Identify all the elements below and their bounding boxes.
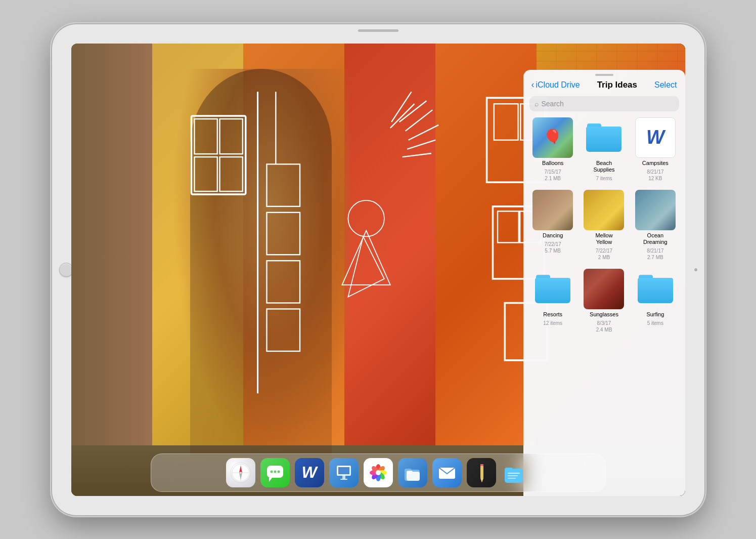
file-thumb-dancing	[532, 190, 573, 230]
dock-app-keynote[interactable]	[329, 458, 359, 487]
svg-rect-40	[342, 476, 345, 479]
word-app-icon: W	[301, 463, 317, 482]
svg-rect-41	[340, 479, 347, 480]
svg-rect-63	[508, 473, 520, 474]
safari-icon	[230, 462, 252, 484]
word-icon: W	[646, 127, 664, 148]
file-name-ocean-dreaming: OceanDreaming	[643, 232, 668, 245]
person-area	[172, 69, 349, 455]
dock-app-mail[interactable]	[432, 458, 462, 487]
file-name-dancing: Dancing	[543, 232, 563, 239]
svg-rect-64	[508, 475, 518, 476]
dock-app-pencil-tool[interactable]	[467, 458, 496, 487]
mail-icon	[437, 463, 457, 483]
dock-app-files[interactable]	[398, 458, 427, 487]
panel-title: Trip Ideas	[597, 80, 637, 90]
back-chevron-icon: ‹	[531, 80, 535, 89]
folder-body-resorts	[535, 278, 570, 303]
file-thumb-sunglasses	[584, 269, 624, 309]
svg-rect-39	[338, 467, 349, 474]
svg-point-35	[270, 470, 273, 473]
ipad-screen: ‹ iCloud Drive Trip Ideas Select ⌕ Searc…	[71, 44, 685, 496]
keynote-icon	[334, 463, 353, 482]
file-name-balloons: Balloons	[542, 160, 563, 167]
file-meta-ocean-dreaming: 8/21/172.7 MB	[647, 247, 663, 261]
dock: W	[151, 453, 606, 492]
photos-icon	[368, 462, 389, 483]
file-meta-mellow-yellow: 7/22/172 MB	[596, 247, 612, 261]
svg-point-37	[277, 470, 280, 473]
file-item-surfing[interactable]: Surfing 5 items	[632, 269, 679, 333]
file-name-campsites: Campsites	[642, 160, 669, 167]
folder-icon-beach-supplies	[586, 123, 621, 152]
dock-app-messages[interactable]	[260, 458, 290, 487]
file-meta-beach-supplies: 7 items	[596, 175, 612, 182]
dock-app-photos[interactable]	[364, 458, 393, 487]
file-item-beach-supplies[interactable]: BeachSupplies 7 items	[581, 117, 628, 182]
wall-left	[71, 44, 152, 496]
file-name-sunglasses: Sunglasses	[590, 311, 618, 318]
file-meta-balloons: 7/15/172.1 MB	[544, 169, 561, 182]
panel-header: ‹ iCloud Drive Trip Ideas Select	[523, 78, 685, 96]
svg-marker-34	[269, 478, 272, 482]
file-item-mellow-yellow[interactable]: MellowYellow 7/22/172 MB	[581, 190, 628, 261]
file-thumb-ocean-dreaming	[635, 190, 676, 230]
file-item-sunglasses[interactable]: Sunglasses 8/3/172.4 MB	[581, 269, 628, 333]
file-thumb-mellow-yellow	[584, 190, 624, 230]
browse-folder-icon	[504, 461, 528, 485]
svg-point-36	[274, 470, 276, 473]
file-thumb-surfing	[635, 269, 676, 309]
files-icon	[403, 463, 423, 483]
files-panel: ‹ iCloud Drive Trip Ideas Select ⌕ Searc…	[523, 70, 685, 496]
folder-body	[586, 127, 621, 152]
file-thumb-campsites: W	[635, 117, 676, 158]
search-icon: ⌕	[535, 100, 539, 108]
dock-app-word[interactable]: W	[295, 458, 324, 487]
file-name-surfing: Surfing	[646, 311, 664, 318]
svg-rect-60	[481, 465, 482, 477]
file-item-ocean-dreaming[interactable]: OceanDreaming 8/21/172.7 MB	[632, 190, 679, 261]
back-label: iCloud Drive	[536, 80, 580, 90]
wall-orange2	[435, 44, 537, 496]
file-meta-sunglasses: 8/3/172.4 MB	[596, 320, 612, 333]
svg-rect-62	[505, 468, 513, 471]
file-name-beach-supplies: BeachSupplies	[593, 160, 614, 173]
panel-handle	[595, 74, 613, 76]
folder-body-surfing	[638, 278, 673, 303]
search-bar[interactable]: ⌕ Search	[529, 96, 679, 111]
dock-app-browse[interactable]: Browse	[501, 458, 530, 487]
search-placeholder: Search	[542, 100, 564, 108]
file-item-balloons[interactable]: Balloons 7/15/172.1 MB	[529, 117, 576, 182]
file-name-mellow-yellow: MellowYellow	[595, 232, 612, 245]
pencil-tool-icon	[472, 463, 491, 482]
file-item-resorts[interactable]: Resorts 12 items	[529, 269, 576, 333]
folder-icon-surfing	[638, 275, 673, 303]
ipad-frame: ‹ iCloud Drive Trip Ideas Select ⌕ Searc…	[52, 24, 704, 515]
top-bar-indicator	[358, 29, 398, 32]
select-button[interactable]: Select	[654, 80, 677, 90]
back-button[interactable]: ‹ iCloud Drive	[531, 80, 580, 90]
file-thumb-balloons	[532, 117, 573, 158]
svg-point-50	[376, 470, 381, 475]
file-meta-resorts: 12 items	[543, 320, 562, 326]
right-sensor	[694, 268, 697, 271]
svg-rect-54	[407, 471, 413, 474]
folder-icon-resorts	[535, 275, 570, 303]
svg-rect-65	[508, 478, 516, 479]
svg-marker-58	[481, 480, 482, 482]
file-thumb-beach-supplies	[584, 117, 624, 158]
dock-app-safari[interactable]	[226, 458, 255, 487]
file-thumb-resorts	[532, 269, 573, 309]
files-grid: Balloons 7/15/172.1 MB BeachSupplies 7 i…	[523, 117, 685, 496]
file-meta-dancing: 7/22/175.7 MB	[544, 241, 561, 254]
file-item-campsites[interactable]: W Campsites 8/21/1712 KB	[632, 117, 679, 182]
file-meta-surfing: 5 items	[647, 320, 663, 326]
file-name-resorts: Resorts	[543, 311, 562, 318]
wall-red	[344, 44, 435, 496]
file-item-dancing[interactable]: Dancing 7/22/175.7 MB	[529, 190, 576, 261]
messages-icon	[265, 463, 285, 483]
file-meta-campsites: 8/21/1712 KB	[647, 169, 663, 182]
